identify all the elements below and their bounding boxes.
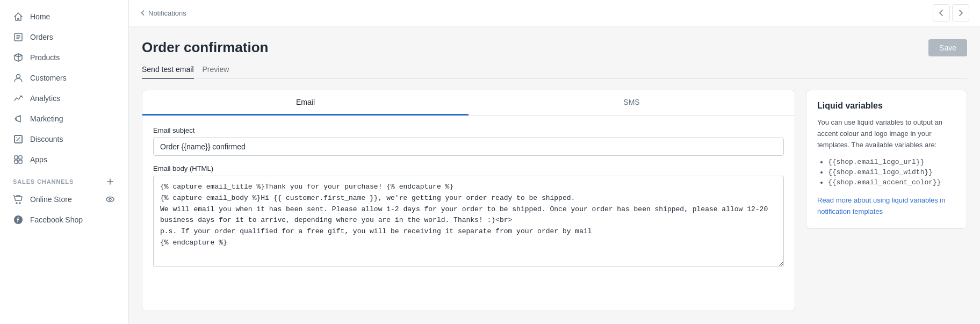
- liquid-variables-panel: Liquid variables You can use liquid vari…: [806, 90, 967, 229]
- svg-rect-6: [15, 160, 18, 163]
- save-button[interactable]: Save: [928, 39, 967, 56]
- svg-point-10: [106, 197, 114, 202]
- sub-tab-send-test[interactable]: Send test email: [142, 61, 194, 79]
- sidebar-nav-item-products[interactable]: Products: [4, 48, 124, 67]
- sub-tab-preview[interactable]: Preview: [203, 61, 229, 79]
- facebook-icon: [13, 214, 24, 225]
- apps-icon: [13, 154, 24, 165]
- tab-sms[interactable]: SMS: [469, 90, 795, 116]
- page-header: Order confirmation Save: [142, 39, 967, 56]
- page-title: Order confirmation: [142, 39, 268, 56]
- nav-next-button[interactable]: [952, 4, 969, 21]
- home-icon: [13, 11, 24, 22]
- liquid-read-more-link[interactable]: Read more about using liquid variables i…: [817, 195, 956, 218]
- main-content: Notifications Order confirmation Save Se…: [129, 0, 980, 324]
- svg-point-1: [17, 75, 20, 78]
- online-store-icon: [13, 194, 24, 205]
- svg-point-8: [16, 203, 17, 204]
- sidebar-nav-item-analytics[interactable]: Analytics: [4, 89, 124, 108]
- svg-point-9: [19, 203, 20, 204]
- sidebar: Home Orders Products Customers Analytics…: [0, 0, 129, 324]
- orders-icon: [13, 32, 24, 42]
- email-subject-input[interactable]: [153, 138, 784, 156]
- sales-channel-facebook-shop[interactable]: Facebook Shop: [4, 210, 124, 229]
- add-sales-channel-button[interactable]: [105, 176, 116, 187]
- sub-tabs: Send test email Preview: [142, 61, 967, 79]
- editor-body: Email subject Email body (HTML) {% captu…: [142, 116, 795, 311]
- liquid-panel-title: Liquid variables: [817, 101, 956, 111]
- marketing-icon: [13, 113, 24, 124]
- topbar: Notifications: [129, 0, 980, 26]
- sidebar-nav-item-marketing[interactable]: Marketing: [4, 109, 124, 128]
- analytics-icon: [13, 93, 24, 104]
- tab-email[interactable]: Email: [142, 90, 469, 116]
- email-subject-label: Email subject: [153, 126, 784, 134]
- svg-rect-4: [15, 156, 18, 159]
- topbar-nav-buttons: [933, 4, 969, 21]
- liquid-panel-description: You can use liquid variables to output a…: [817, 117, 956, 150]
- liquid-var-2: {{shop.email_logo_width}}: [828, 168, 956, 176]
- discounts-icon: [13, 134, 24, 145]
- sales-channel-online-store[interactable]: Online Store: [4, 190, 124, 209]
- sidebar-nav-item-home[interactable]: Home: [4, 7, 124, 26]
- editor-tab-bar: Email SMS: [142, 90, 795, 116]
- content-area: Order confirmation Save Send test email …: [129, 26, 980, 324]
- sidebar-nav-item-orders[interactable]: Orders: [4, 27, 124, 47]
- editor-card: Email SMS Email subject Email body (HTML…: [142, 90, 795, 311]
- liquid-variables-list: {{shop.email_logo_url}} {{shop.email_log…: [817, 158, 956, 186]
- nav-prev-button[interactable]: [933, 4, 950, 21]
- sidebar-nav-item-customers[interactable]: Customers: [4, 68, 124, 88]
- svg-point-11: [109, 198, 111, 200]
- svg-rect-5: [19, 156, 22, 159]
- breadcrumb-notifications[interactable]: Notifications: [140, 9, 186, 17]
- email-body-label: Email body (HTML): [153, 164, 784, 172]
- email-body-textarea[interactable]: {% capture email_title %}Thank you for y…: [153, 176, 784, 267]
- sidebar-nav-item-discounts[interactable]: Discounts: [4, 129, 124, 149]
- svg-rect-7: [19, 160, 22, 163]
- sales-channels-section: SALES CHANNELS: [0, 170, 128, 189]
- customers-icon: [13, 73, 24, 83]
- sidebar-nav-item-apps[interactable]: Apps: [4, 150, 124, 169]
- editor-layout: Email SMS Email subject Email body (HTML…: [142, 90, 967, 311]
- liquid-var-3: {{shop.email_accent_color}}: [828, 178, 956, 186]
- liquid-var-1: {{shop.email_logo_url}}: [828, 158, 956, 166]
- online-store-visibility-button[interactable]: [105, 194, 116, 205]
- products-icon: [13, 52, 24, 63]
